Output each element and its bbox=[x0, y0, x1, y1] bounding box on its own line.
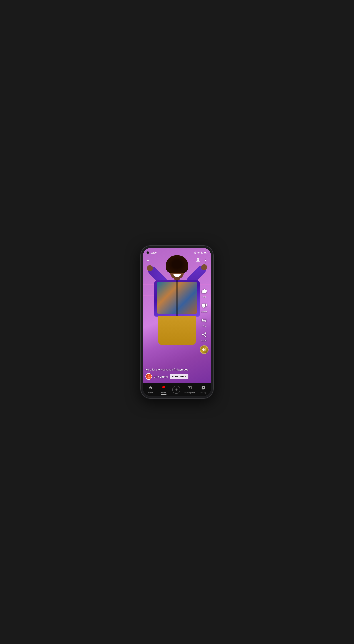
caption-hashtag: #fridaymood bbox=[172, 368, 188, 371]
home-icon bbox=[149, 386, 153, 391]
channel-avatar[interactable] bbox=[146, 373, 152, 380]
caption-text: Here for the weekend bbox=[146, 368, 172, 371]
subscriptions-label: Subscriptions bbox=[184, 392, 195, 394]
side-actions: 3M Dislike bbox=[200, 287, 208, 354]
front-camera bbox=[147, 251, 149, 254]
svg-point-4 bbox=[148, 375, 150, 376]
status-right bbox=[194, 251, 207, 254]
comments-icon bbox=[200, 316, 208, 324]
video-bottom-info: Here for the weekend #fridaymood City Li… bbox=[146, 368, 198, 380]
subscribe-button[interactable]: SUBSCRIBE bbox=[170, 374, 188, 379]
status-bar: 12:30 bbox=[143, 248, 211, 256]
bottom-navigation: Home Shorts bbox=[143, 383, 211, 396]
vibrate-icon bbox=[194, 251, 196, 254]
battery-icon bbox=[204, 252, 207, 254]
channel-name[interactable]: City Lights bbox=[154, 375, 168, 378]
nav-create[interactable] bbox=[171, 385, 182, 395]
status-left: 12:30 bbox=[147, 251, 157, 254]
share-action[interactable]: Share bbox=[200, 331, 208, 342]
camera-button[interactable] bbox=[196, 258, 200, 263]
subscriptions-icon bbox=[188, 386, 192, 391]
nav-active-indicator bbox=[161, 394, 167, 395]
dislike-icon bbox=[200, 302, 208, 310]
comment-count: 21k bbox=[202, 325, 206, 328]
nav-home[interactable]: Home bbox=[145, 385, 156, 395]
library-icon bbox=[201, 386, 205, 391]
wifi-icon bbox=[197, 251, 200, 254]
video-area[interactable]: ← ⋮ bbox=[143, 248, 211, 383]
nav-library[interactable]: Library bbox=[198, 385, 209, 395]
library-label: Library bbox=[200, 392, 206, 394]
music-disc bbox=[200, 345, 208, 354]
like-action[interactable]: 3M bbox=[200, 287, 208, 298]
shorts-icon bbox=[162, 386, 166, 391]
channel-row: City Lights SUBSCRIBE bbox=[146, 373, 198, 380]
shorts-label: Shorts bbox=[161, 392, 166, 394]
video-background: ← ⋮ bbox=[143, 248, 211, 383]
svg-rect-1 bbox=[204, 252, 206, 253]
more-options-button[interactable]: ⋮ bbox=[203, 258, 208, 263]
back-button[interactable]: ← bbox=[146, 258, 150, 263]
svg-rect-2 bbox=[207, 252, 207, 253]
svg-point-3 bbox=[197, 259, 198, 260]
nav-subscriptions[interactable]: Subscriptions bbox=[183, 385, 196, 395]
video-caption: Here for the weekend #fridaymood bbox=[146, 368, 198, 371]
music-action[interactable] bbox=[200, 345, 208, 354]
share-icon bbox=[200, 331, 208, 339]
person-figure bbox=[152, 253, 202, 362]
like-icon bbox=[200, 287, 208, 295]
nav-right-icons: ⋮ bbox=[196, 258, 208, 263]
home-label: Home bbox=[148, 392, 153, 394]
nav-shorts[interactable]: Shorts bbox=[158, 384, 169, 395]
share-label: Share bbox=[201, 340, 207, 342]
dislike-label: Dislike bbox=[201, 310, 207, 313]
create-icon bbox=[172, 386, 180, 394]
phone-screen: 12:30 bbox=[143, 248, 211, 396]
top-navigation: ← ⋮ bbox=[143, 256, 211, 265]
clock: 12:30 bbox=[151, 251, 157, 254]
like-count: 3M bbox=[203, 296, 206, 298]
comments-action[interactable]: 21k bbox=[200, 316, 208, 328]
phone-device: 12:30 bbox=[141, 246, 213, 398]
signal-icon bbox=[201, 251, 203, 254]
dislike-action[interactable]: Dislike bbox=[200, 302, 208, 313]
